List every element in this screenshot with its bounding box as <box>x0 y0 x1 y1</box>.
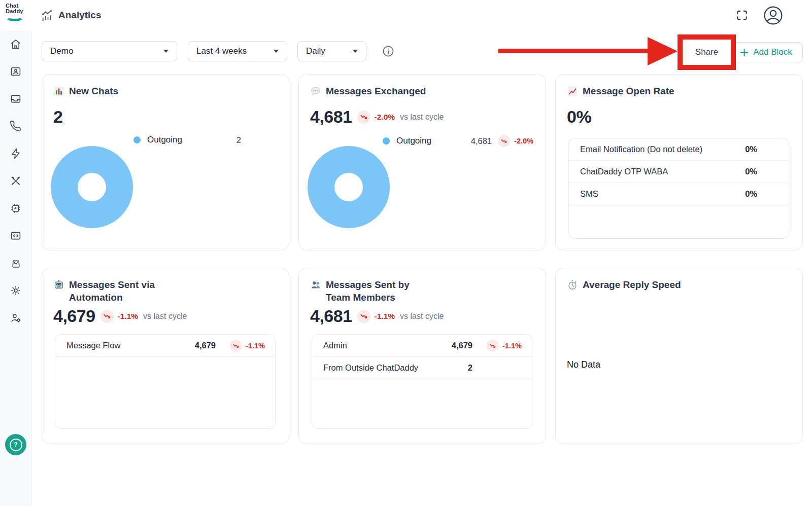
shop-bag-icon <box>10 257 22 269</box>
chevron-down-icon <box>274 50 279 53</box>
annotation-arrow-shaft <box>498 49 649 53</box>
page-title: Analytics <box>58 10 101 21</box>
stopwatch-emoji <box>567 279 578 291</box>
sidebar-item-ai[interactable]: AI <box>10 202 22 214</box>
card-title: Average Reply Speed <box>567 278 681 291</box>
metric-value: 0% <box>567 107 591 127</box>
annotation-rectangle: Share <box>678 34 736 70</box>
table-row: Message Flow 4,679 -1.1% <box>55 335 275 357</box>
analytics-page: Chat Daddy Analytics <box>0 0 812 506</box>
sidebar-item-home[interactable] <box>10 38 22 50</box>
trend-down-icon <box>100 310 114 323</box>
delta-badge: -2.0% <box>498 135 533 147</box>
delta-badge: -1.1% <box>100 310 139 323</box>
table-row: SMS 0% <box>569 183 789 205</box>
legend-row: Outgoing 4,681 -2.0% <box>383 135 533 147</box>
code-box-icon <box>10 230 22 242</box>
table-row: Admin 4,679 -1.1% <box>312 335 532 357</box>
empty-state-text: No Data <box>567 359 600 370</box>
trend-down-icon <box>357 111 370 124</box>
settings-gear-icon <box>10 284 22 297</box>
metric-value: 2 <box>53 107 62 127</box>
bar-chart-emoji <box>53 86 64 97</box>
sidebar-item-contacts[interactable] <box>10 65 22 78</box>
logo-smile-arc <box>6 14 24 21</box>
top-bar: Chat Daddy Analytics <box>0 0 812 30</box>
card-title: New Chats <box>53 85 118 97</box>
sidebar-item-settings[interactable] <box>10 284 22 297</box>
info-icon[interactable] <box>382 45 395 58</box>
chart-increasing-emoji <box>567 86 578 97</box>
card-messages-exchanged: Messages Exchanged 4,681 -2.0% vs last c… <box>298 74 546 250</box>
card-message-open-rate: Message Open Rate 0% Email Notification … <box>555 74 803 250</box>
speech-balloon-emoji <box>310 86 321 97</box>
workspace-select[interactable]: Demo <box>42 41 177 61</box>
help-button[interactable]: ? <box>5 434 26 455</box>
donut-chart <box>51 146 133 228</box>
trend-down-icon <box>230 340 242 352</box>
busts-in-silhouette-emoji <box>310 279 321 291</box>
delta-badge: -1.1% <box>230 340 267 352</box>
team-settings-icon <box>10 312 22 324</box>
delta-note: vs last cycle <box>143 312 187 321</box>
date-range-select-value: Last 4 weeks <box>196 46 247 56</box>
legend-label: Outgoing <box>396 136 431 146</box>
add-block-button[interactable]: Add Block <box>729 42 803 62</box>
legend-value: 4,681 <box>471 136 492 146</box>
table-row: From Outside ChatDaddy 2 <box>312 357 532 379</box>
card-title: Message Open Rate <box>567 85 674 97</box>
legend-label: Outgoing <box>147 135 182 145</box>
legend-dot <box>383 137 390 144</box>
chevron-down-icon <box>163 50 168 53</box>
card-messages-automation: Messages Sent via Automation 4,679 -1.1%… <box>42 268 289 444</box>
card-title: Messages Exchanged <box>310 85 426 97</box>
sidebar-item-integrations[interactable] <box>10 230 22 242</box>
sidebar-item-inbox[interactable] <box>10 93 22 105</box>
card-title: Messages Sent by Team Members <box>310 278 410 304</box>
delta-note: vs last cycle <box>400 113 444 122</box>
plus-icon <box>740 48 749 57</box>
user-avatar-icon[interactable] <box>763 5 784 26</box>
inbox-icon <box>10 93 22 105</box>
ai-chip-icon: AI <box>10 202 22 214</box>
metric-value: 4,681 <box>310 107 352 127</box>
chatdaddy-logo[interactable]: Chat Daddy <box>6 3 31 21</box>
annotation-arrow-head <box>648 37 678 65</box>
sidebar-item-team[interactable] <box>10 312 22 324</box>
trend-down-icon <box>498 135 510 147</box>
robot-emoji <box>53 279 64 291</box>
granularity-select[interactable]: Daily <box>297 41 366 61</box>
legend-value: 2 <box>236 135 241 145</box>
metric-value: 4,681 <box>310 306 352 326</box>
card-messages-team: Messages Sent by Team Members 4,681 -1.1… <box>298 268 546 444</box>
tools-icon <box>10 175 22 187</box>
add-block-label: Add Block <box>753 47 792 57</box>
trend-down-icon <box>487 340 499 352</box>
contact-card-icon <box>10 65 22 78</box>
trend-down-icon <box>357 310 370 323</box>
phone-icon <box>10 120 22 132</box>
breakdown-table: Message Flow 4,679 -1.1% <box>55 334 276 429</box>
breakdown-table: Email Notification (Do not delete) 0% Ch… <box>568 138 789 239</box>
share-button[interactable]: Share <box>695 47 718 57</box>
sidebar-item-tools[interactable] <box>10 175 22 187</box>
delta-badge: -1.1% <box>487 340 524 352</box>
sidebar-item-shop[interactable] <box>10 257 22 269</box>
delta-badge: -2.0% <box>357 111 395 124</box>
home-icon <box>10 38 22 50</box>
table-row: ChatDaddy OTP WABA 0% <box>569 161 789 183</box>
breakdown-table: Admin 4,679 -1.1% From Outside ChatDaddy… <box>312 334 532 429</box>
lightning-icon <box>10 148 22 160</box>
workspace-select-value: Demo <box>50 46 73 56</box>
granularity-select-value: Daily <box>306 46 325 56</box>
table-row: Email Notification (Do not delete) 0% <box>569 138 789 161</box>
logo-text-line2: Daddy <box>6 9 31 14</box>
metric-value: 4,679 <box>53 306 95 326</box>
card-new-chats: New Chats 2 Outgoing 2 <box>42 74 289 250</box>
donut-chart <box>308 146 390 228</box>
sidebar-item-automations[interactable] <box>10 148 22 160</box>
date-range-select[interactable]: Last 4 weeks <box>188 41 287 61</box>
fullscreen-icon[interactable] <box>735 9 749 22</box>
legend-row: Outgoing 2 <box>133 135 277 145</box>
sidebar-item-calls[interactable] <box>10 120 22 132</box>
